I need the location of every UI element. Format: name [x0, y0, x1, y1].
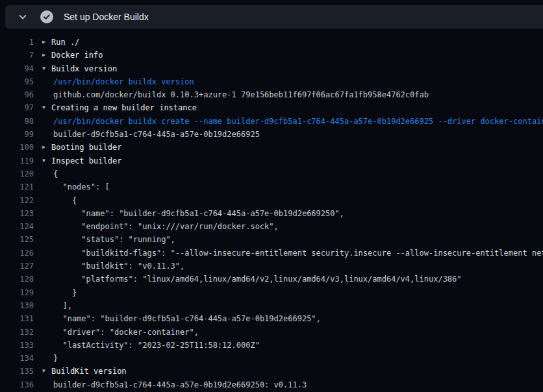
- indent-spacer: [34, 194, 53, 207]
- log-command-text: /usr/bin/docker buildx version: [53, 75, 194, 88]
- log-line: 134}: [0, 352, 543, 365]
- line-number[interactable]: 136: [0, 378, 34, 391]
- indent-spacer: [34, 233, 53, 246]
- log-output-text: github.com/docker/buildx 0.10.3+azure-1 …: [53, 88, 429, 101]
- log-output-text: "lastActivity": "2023-02-25T11:58:12.000…: [53, 339, 260, 352]
- indent-spacer: [34, 326, 53, 339]
- line-number[interactable]: 130: [0, 299, 34, 312]
- collapse-group-arrow-icon[interactable]: ▼: [42, 154, 51, 167]
- log-group-title[interactable]: Inspect builder: [51, 154, 121, 167]
- line-number[interactable]: 95: [0, 75, 34, 88]
- log-line: 120{: [0, 167, 543, 180]
- line-number[interactable]: 131: [0, 312, 34, 325]
- log-line: 95/usr/bin/docker buildx version: [0, 75, 543, 88]
- line-number[interactable]: 133: [0, 339, 34, 352]
- indent-spacer: [34, 260, 53, 273]
- log-group-title[interactable]: BuildKit version: [51, 365, 127, 378]
- indent-spacer: [34, 352, 53, 365]
- log-command-text: /usr/bin/docker buildx create --name bui…: [53, 115, 543, 128]
- log-line: 136builder-d9cfb5a1-c764-445a-a57e-0b19d…: [0, 378, 543, 391]
- log-line: 97▼Creating a new builder instance: [0, 101, 543, 114]
- log-group-title[interactable]: Creating a new builder instance: [51, 101, 197, 114]
- expand-group-arrow-icon[interactable]: ▶: [42, 49, 51, 62]
- line-number[interactable]: 100: [0, 141, 34, 154]
- step-header[interactable]: Set up Docker Buildx: [5, 5, 543, 29]
- line-number[interactable]: 123: [0, 207, 34, 220]
- step-title: Set up Docker Buildx: [64, 12, 149, 22]
- indent-spacer: [34, 299, 53, 312]
- log-line: 7▶Docker info: [0, 49, 543, 62]
- collapse-group-arrow-icon[interactable]: ▼: [42, 365, 51, 378]
- check-circle-icon: [40, 10, 53, 23]
- log-line: 94▼Buildx version: [0, 62, 543, 75]
- line-number[interactable]: 134: [0, 352, 34, 365]
- indent-spacer: [34, 378, 53, 391]
- expand-group-arrow-icon[interactable]: ▶: [42, 36, 51, 49]
- line-number[interactable]: 127: [0, 260, 34, 273]
- log-line: 129 }: [0, 286, 543, 299]
- log-line: 130 ],: [0, 299, 543, 312]
- log-group-title[interactable]: Docker info: [51, 49, 103, 62]
- log-group-title[interactable]: Buildx version: [51, 62, 117, 75]
- log-line: 98/usr/bin/docker buildx create --name b…: [0, 115, 543, 128]
- indent-spacer: [34, 115, 53, 128]
- line-number[interactable]: 7: [0, 49, 34, 62]
- indent-spacer: [34, 128, 53, 141]
- line-number[interactable]: 97: [0, 101, 34, 114]
- line-number[interactable]: 126: [0, 247, 34, 260]
- log-line: 125 "status": "running",: [0, 233, 543, 246]
- indent-spacer: [34, 167, 53, 180]
- line-number[interactable]: 94: [0, 62, 34, 75]
- log-output-text: ],: [53, 299, 72, 312]
- line-number[interactable]: 132: [0, 326, 34, 339]
- line-number[interactable]: 1: [0, 36, 34, 49]
- indent-spacer: [34, 273, 53, 286]
- indent-spacer: [34, 286, 53, 299]
- indent-spacer: [34, 312, 53, 325]
- log-line: 122 {: [0, 194, 543, 207]
- log-line: 121 "nodes": [: [0, 180, 543, 193]
- log-line: 132 "driver": "docker-container",: [0, 326, 543, 339]
- line-number[interactable]: 128: [0, 273, 34, 286]
- expand-group-arrow-icon[interactable]: ▶: [42, 141, 51, 154]
- log-output-text: "platforms": "linux/amd64,linux/amd64/v2…: [53, 273, 462, 286]
- log-line: 126 "buildkitd-flags": "--allow-insecure…: [0, 247, 543, 260]
- line-number[interactable]: 120: [0, 167, 34, 180]
- log-output-text: "name": "builder-d9cfb5a1-c764-445a-a57e…: [53, 207, 344, 220]
- log-output-text: {: [53, 194, 77, 207]
- indent-spacer: [34, 88, 53, 101]
- log-output-text: "buildkitd-flags": "--allow-insecure-ent…: [53, 247, 543, 260]
- log-line: 100▶Booting builder: [0, 141, 543, 154]
- line-number[interactable]: 99: [0, 128, 34, 141]
- log-group-title[interactable]: Booting builder: [51, 141, 121, 154]
- log-line: 124 "endpoint": "unix:///var/run/docker.…: [0, 220, 543, 233]
- line-number[interactable]: 125: [0, 233, 34, 246]
- log-output-text: "endpoint": "unix:///var/run/docker.sock…: [53, 220, 279, 233]
- line-number[interactable]: 122: [0, 194, 34, 207]
- log-line: 99builder-d9cfb5a1-c764-445a-a57e-0b19d2…: [0, 128, 543, 141]
- log-output-text: builder-d9cfb5a1-c764-445a-a57e-0b19d2e6…: [53, 378, 307, 391]
- line-number[interactable]: 96: [0, 88, 34, 101]
- log-line: 128 "platforms": "linux/amd64,linux/amd6…: [0, 273, 543, 286]
- line-number[interactable]: 119: [0, 154, 34, 167]
- log-output-text: "driver": "docker-container",: [53, 326, 199, 339]
- log-output-text: "status": "running",: [53, 233, 175, 246]
- log-output-text: "nodes": [: [53, 180, 110, 193]
- log-output-text: builder-d9cfb5a1-c764-445a-a57e-0b19d2e6…: [53, 128, 260, 141]
- log-output-text: "buildkit": "v0.11.3",: [53, 260, 184, 273]
- line-number[interactable]: 98: [0, 115, 34, 128]
- indent-spacer: [34, 207, 53, 220]
- log-line: 123 "name": "builder-d9cfb5a1-c764-445a-…: [0, 207, 543, 220]
- log-output-text: }: [53, 286, 77, 299]
- indent-spacer: [34, 220, 53, 233]
- chevron-down-icon[interactable]: [16, 10, 30, 24]
- line-number[interactable]: 129: [0, 286, 34, 299]
- collapse-group-arrow-icon[interactable]: ▼: [42, 62, 51, 75]
- line-number[interactable]: 124: [0, 220, 34, 233]
- indent-spacer: [34, 339, 53, 352]
- collapse-group-arrow-icon[interactable]: ▼: [42, 101, 51, 114]
- log-group-title[interactable]: Run ./: [51, 36, 79, 49]
- log-viewer: 1▶Run ./7▶Docker info94▼Buildx version95…: [0, 36, 543, 391]
- line-number[interactable]: 135: [0, 365, 34, 378]
- line-number[interactable]: 121: [0, 180, 34, 193]
